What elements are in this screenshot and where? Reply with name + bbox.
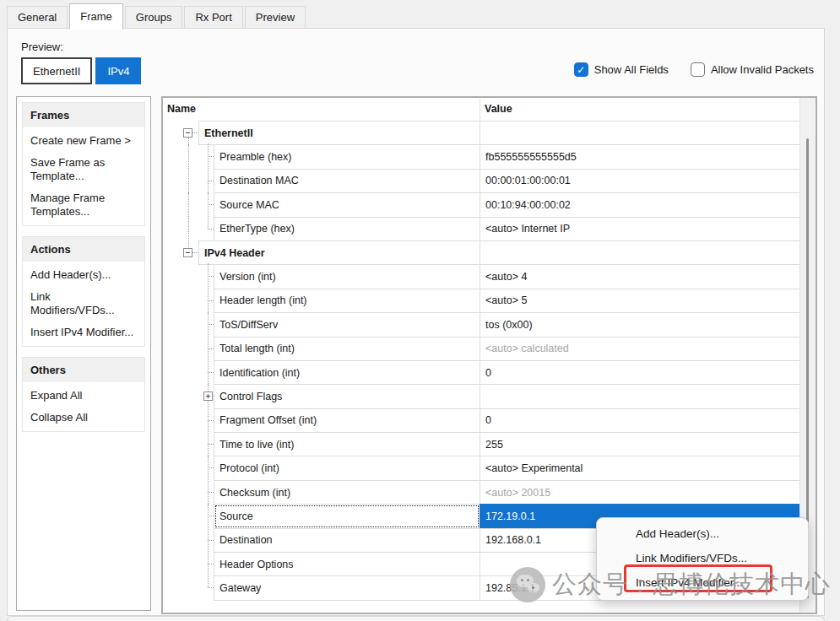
name-cell[interactable]: ToS/DiffServ	[214, 312, 480, 337]
name-cell[interactable]: Protocol (int)	[214, 456, 480, 480]
name-cell[interactable]: Destination	[214, 528, 480, 553]
value-cell[interactable]: tos (0x00)	[480, 312, 800, 337]
value-cell[interactable]: 00:00:01:00:00:01	[480, 169, 800, 193]
sidebar-item-label: Create new Frame >	[30, 134, 131, 147]
field-value: fb555555555555d5	[485, 151, 577, 163]
tree-line	[188, 143, 189, 170]
table-row[interactable]: − IPv4 Header	[163, 240, 800, 265]
table-row[interactable]: Preamble (hex) fb555555555555d5	[163, 144, 800, 169]
tab[interactable]: Groups	[125, 6, 183, 29]
sidebar-item[interactable]: Create new Frame >	[23, 130, 144, 152]
preview-protocol-label: EthernetII	[33, 65, 80, 78]
name-cell[interactable]: Source MAC	[214, 192, 480, 217]
name-cell[interactable]: Preamble (hex)	[214, 144, 480, 169]
name-cell[interactable]: Header Options	[214, 552, 480, 576]
sidebar-section-items: Expand AllCollapse All	[23, 382, 144, 431]
name-cell[interactable]: Time to live (int)	[214, 432, 480, 456]
name-cell[interactable]: Fragment Offset (int)	[214, 408, 480, 433]
tab[interactable]: General	[7, 6, 68, 29]
table-row[interactable]: ToS/DiffServ tos (0x00)	[163, 312, 800, 337]
name-cell[interactable]: Checksum (int)	[214, 480, 480, 505]
preview-protocol-button[interactable]: EthernetII	[21, 57, 92, 84]
sidebar-item[interactable]: Add Header(s)...	[23, 264, 144, 286]
value-cell[interactable]	[480, 121, 800, 145]
tab[interactable]: Frame	[69, 3, 123, 30]
tree-expander-icon[interactable]: −	[183, 128, 192, 138]
name-cell[interactable]: Source	[214, 504, 480, 528]
name-cell[interactable]: Destination MAC	[214, 169, 480, 193]
name-cell[interactable]: Control Flags	[214, 384, 480, 408]
table-row[interactable]: − EthernetII	[163, 121, 800, 145]
table-row[interactable]: Source MAC 00:10:94:00:00:02	[163, 192, 800, 217]
table-row[interactable]: Checksum (int) <auto> 20015	[163, 480, 800, 505]
table-row[interactable]: Protocol (int) <auto> Experimental	[163, 456, 800, 480]
table-row[interactable]: Version (int) <auto> 4	[163, 264, 800, 289]
sidebar-item-label: Save Frame as Template...	[30, 156, 105, 182]
field-value: 00:10:94:00:00:02	[485, 199, 571, 211]
field-name: EtherType (hex)	[219, 223, 295, 235]
value-cell[interactable]: <auto> 20015	[480, 480, 800, 505]
tab[interactable]: Preview	[245, 6, 306, 29]
tab[interactable]: Rx Port	[184, 6, 242, 29]
name-cell[interactable]: EtherType (hex)	[214, 217, 480, 241]
tree-elbow	[208, 181, 214, 181]
name-cell[interactable]: IPv4 Header	[198, 240, 480, 265]
table-row[interactable]: Destination MAC 00:00:01:00:00:01	[163, 169, 800, 193]
value-cell[interactable]: 255	[480, 432, 800, 456]
checkbox-icon[interactable]: ✓	[691, 62, 705, 77]
table-row[interactable]: Total length (int) <auto> calculated	[163, 337, 800, 361]
name-cell[interactable]: EthernetII	[198, 121, 480, 145]
tab-label: Frame	[80, 10, 112, 23]
tree-line	[208, 216, 209, 229]
value-cell[interactable]: <auto> Experimental	[480, 456, 800, 480]
table-row[interactable]: EtherType (hex) <auto> Internet IP	[163, 217, 800, 241]
checkbox-label: Show All Fields	[594, 63, 669, 76]
name-cell[interactable]: Identification (int)	[214, 360, 480, 385]
value-cell[interactable]	[480, 384, 800, 408]
tree-elbow	[208, 492, 214, 493]
field-name: IPv4 Header	[204, 247, 265, 259]
field-name: Header Options	[219, 559, 294, 570]
checkbox-option[interactable]: ✓ Show All Fields	[574, 62, 669, 77]
value-cell[interactable]: 00:10:94:00:00:02	[480, 192, 800, 217]
name-cell[interactable]: Gateway	[214, 575, 480, 600]
table-row[interactable]: Time to live (int) 255	[163, 432, 800, 456]
value-cell[interactable]: fb555555555555d5	[480, 144, 800, 169]
sidebar-section: Actions Add Header(s)...Link Modifiers/V…	[22, 236, 145, 347]
sidebar-item[interactable]: Save Frame as Template...	[23, 152, 144, 187]
name-cell[interactable]: Version (int)	[214, 264, 480, 289]
value-cell[interactable]: 0	[480, 408, 800, 433]
table-row[interactable]: Fragment Offset (int) 0	[163, 408, 800, 433]
tree-expander-icon[interactable]: +	[203, 392, 213, 401]
table-row[interactable]: + Control Flags	[163, 384, 800, 408]
context-menu: Add Header(s)...Link Modifiers/VFDs...In…	[596, 517, 809, 601]
sidebar-item[interactable]: Link Modifiers/VFDs...	[23, 286, 144, 321]
field-name: Control Flags	[219, 391, 282, 402]
sidebar-item[interactable]: Collapse All	[23, 407, 144, 429]
sidebar-item[interactable]: Manage Frame Templates...	[23, 187, 144, 223]
value-cell[interactable]: <auto> calculated	[480, 337, 800, 361]
value-cell[interactable]: <auto> 4	[480, 264, 800, 289]
context-menu-item[interactable]: Link Modifiers/VFDs...	[597, 546, 808, 570]
table-row[interactable]: Identification (int) 0	[163, 360, 800, 385]
value-cell[interactable]	[480, 240, 800, 265]
table-row[interactable]: Header length (int) <auto> 5	[163, 289, 800, 313]
name-cell[interactable]: Header length (int)	[214, 289, 480, 313]
sidebar-item[interactable]: Expand All	[23, 385, 144, 407]
name-cell[interactable]: Total length (int)	[214, 337, 480, 361]
preview-protocol-button[interactable]: IPv4	[95, 57, 141, 84]
field-name: Destination MAC	[219, 175, 299, 186]
preview-label: Preview:	[21, 40, 63, 53]
value-cell[interactable]: 0	[480, 360, 800, 385]
field-name: Time to live (int)	[219, 439, 294, 451]
checkbox-option[interactable]: ✓ Allow Invalid Packets	[691, 62, 814, 77]
tree-elbow	[192, 132, 198, 133]
value-cell[interactable]: <auto> 5	[480, 289, 800, 313]
context-menu-item[interactable]: Insert IPv4 Modifier...	[597, 570, 808, 595]
value-cell[interactable]: <auto> Internet IP	[480, 217, 800, 241]
checkbox-icon[interactable]: ✓	[574, 62, 588, 77]
tree-expander-icon[interactable]: −	[183, 248, 192, 257]
field-name: Preamble (hex)	[219, 151, 291, 163]
context-menu-item[interactable]: Add Header(s)...	[597, 521, 808, 546]
sidebar-item[interactable]: Insert IPv4 Modifier...	[23, 321, 144, 343]
